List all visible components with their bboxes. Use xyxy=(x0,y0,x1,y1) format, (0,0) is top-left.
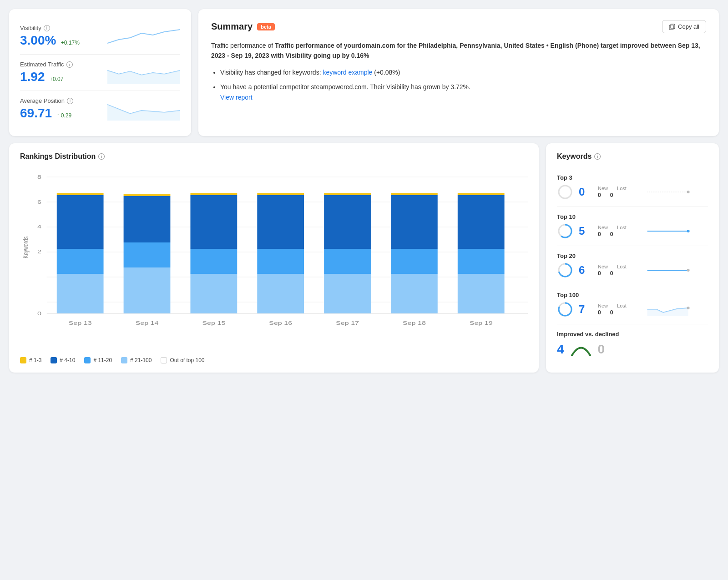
traffic-value: 1.92 xyxy=(20,70,45,84)
rankings-info-icon[interactable]: i xyxy=(98,153,105,160)
svg-rect-30 xyxy=(257,195,304,249)
position-info-icon[interactable]: i xyxy=(67,98,73,104)
top100-new-lost: New Lost 0 0 xyxy=(598,303,627,316)
svg-rect-22 xyxy=(124,196,171,242)
top10-label: Top 10 xyxy=(557,213,708,220)
svg-rect-24 xyxy=(124,267,171,313)
improved-count: 4 xyxy=(557,342,564,357)
svg-text:4: 4 xyxy=(37,224,41,230)
chart-area: 8 6 4 2 0 Keywords xyxy=(20,168,528,350)
top100-row: 7 New Lost 0 0 xyxy=(557,301,708,318)
visibility-metric: Visibility i 3.00% +0.17% xyxy=(20,18,180,55)
svg-rect-44 xyxy=(458,274,505,313)
svg-rect-29 xyxy=(257,193,304,195)
svg-rect-26 xyxy=(190,195,237,249)
top3-sparkline xyxy=(632,185,708,199)
svg-rect-42 xyxy=(458,195,505,249)
top10-row: 5 New Lost 0 0 xyxy=(557,223,708,239)
copy-icon xyxy=(669,24,675,30)
position-metric: Average Position i 69.71 ↑ 0.29 xyxy=(20,91,180,127)
summary-bullets: Visibility has changed for keywords: key… xyxy=(211,67,706,102)
summary-description: Traffic performance of Traffic performan… xyxy=(211,40,706,61)
top100-count: 7 xyxy=(579,303,592,316)
keywords-info-icon[interactable]: i xyxy=(594,153,601,160)
svg-point-54 xyxy=(687,191,689,193)
svg-rect-19 xyxy=(57,249,104,274)
top20-section: Top 20 6 New Lost 0 0 xyxy=(557,246,708,285)
legend-11-20: # 11-20 xyxy=(84,357,112,363)
visibility-info-icon[interactable]: i xyxy=(44,25,50,31)
position-value: 69.71 xyxy=(20,106,52,120)
svg-rect-32 xyxy=(257,274,304,313)
top100-label: Top 100 xyxy=(557,292,708,298)
top20-count: 6 xyxy=(579,264,592,277)
visibility-sparkline xyxy=(107,25,180,48)
position-change: ↑ 0.29 xyxy=(57,112,72,119)
svg-text:8: 8 xyxy=(37,174,41,180)
svg-rect-34 xyxy=(324,195,371,249)
traffic-info-icon[interactable]: i xyxy=(66,61,73,68)
svg-rect-36 xyxy=(324,274,371,313)
legend-out-top100: Out of top 100 xyxy=(161,357,204,363)
keywords-panel: Keywords i Top 3 0 New Lost 0 0 xyxy=(546,143,719,373)
legend-21-100: # 21-100 xyxy=(121,357,152,363)
rankings-title: Rankings Distribution i xyxy=(20,152,528,161)
visibility-change: +0.17% xyxy=(61,40,80,46)
svg-text:Sep 17: Sep 17 xyxy=(336,320,359,326)
traffic-label: Estimated Traffic i xyxy=(20,61,73,68)
summary-bullet-2: You have a potential competitor steampow… xyxy=(220,82,706,102)
legend-4-10: # 4-10 xyxy=(51,357,75,363)
top10-count: 5 xyxy=(579,225,592,237)
declined-count: 0 xyxy=(598,342,605,357)
svg-rect-27 xyxy=(190,249,237,274)
svg-rect-39 xyxy=(391,249,438,274)
svg-rect-43 xyxy=(458,249,505,274)
top20-label: Top 20 xyxy=(557,252,708,259)
rankings-panel: Rankings Distribution i 8 6 4 2 0 Key xyxy=(9,143,539,373)
summary-header: Summary beta Copy all xyxy=(211,20,706,33)
top3-count: 0 xyxy=(579,186,592,198)
top3-row: 0 New Lost 0 0 xyxy=(557,184,708,200)
traffic-change: +0.07 xyxy=(50,76,63,82)
top10-sparkline xyxy=(632,224,708,238)
top20-circle xyxy=(557,262,573,278)
svg-text:Keywords: Keywords xyxy=(21,237,30,258)
top100-section: Top 100 7 New Lost 0 0 xyxy=(557,285,708,324)
svg-rect-21 xyxy=(124,194,171,196)
legend-1-3: # 1-3 xyxy=(20,357,41,363)
top3-section: Top 3 0 New Lost 0 0 xyxy=(557,168,708,207)
top3-new-lost: New Lost 0 0 xyxy=(598,186,627,198)
improved-section: Improved vs. declined 4 0 xyxy=(557,324,708,357)
top10-section: Top 10 5 New Lost 0 0 xyxy=(557,207,708,246)
svg-text:Sep 15: Sep 15 xyxy=(202,320,225,326)
view-report-link[interactable]: View report xyxy=(220,94,253,101)
svg-text:6: 6 xyxy=(37,199,41,205)
chart-legend: # 1-3 # 4-10 # 11-20 # 21-100 Out of top… xyxy=(20,357,528,363)
svg-text:Sep 14: Sep 14 xyxy=(135,320,158,326)
improved-label: Improved vs. declined xyxy=(557,331,708,338)
svg-rect-40 xyxy=(391,274,438,313)
svg-point-58 xyxy=(687,230,689,232)
top10-new-lost: New Lost 0 0 xyxy=(598,225,627,237)
svg-rect-17 xyxy=(57,193,104,195)
top20-row: 6 New Lost 0 0 xyxy=(557,262,708,278)
position-sparkline xyxy=(107,98,180,121)
top3-label: Top 3 xyxy=(557,174,708,181)
summary-panel: Summary beta Copy all Traffic performanc… xyxy=(198,9,719,136)
visibility-label: Visibility i xyxy=(20,25,80,31)
svg-rect-25 xyxy=(190,193,237,195)
position-label: Average Position i xyxy=(20,97,73,104)
svg-rect-41 xyxy=(458,193,505,195)
copy-all-button[interactable]: Copy all xyxy=(662,20,706,33)
svg-text:Sep 18: Sep 18 xyxy=(403,320,426,326)
visibility-value: 3.00% xyxy=(20,33,56,47)
top100-circle xyxy=(557,301,573,318)
svg-rect-37 xyxy=(391,193,438,195)
top20-new-lost: New Lost 0 0 xyxy=(598,264,627,277)
improved-row: 4 0 xyxy=(557,342,708,357)
svg-rect-20 xyxy=(57,274,104,313)
keyword-example-link[interactable]: keyword example xyxy=(323,69,374,76)
svg-text:2: 2 xyxy=(37,249,41,255)
svg-text:Sep 19: Sep 19 xyxy=(470,320,493,326)
svg-point-62 xyxy=(687,269,689,272)
